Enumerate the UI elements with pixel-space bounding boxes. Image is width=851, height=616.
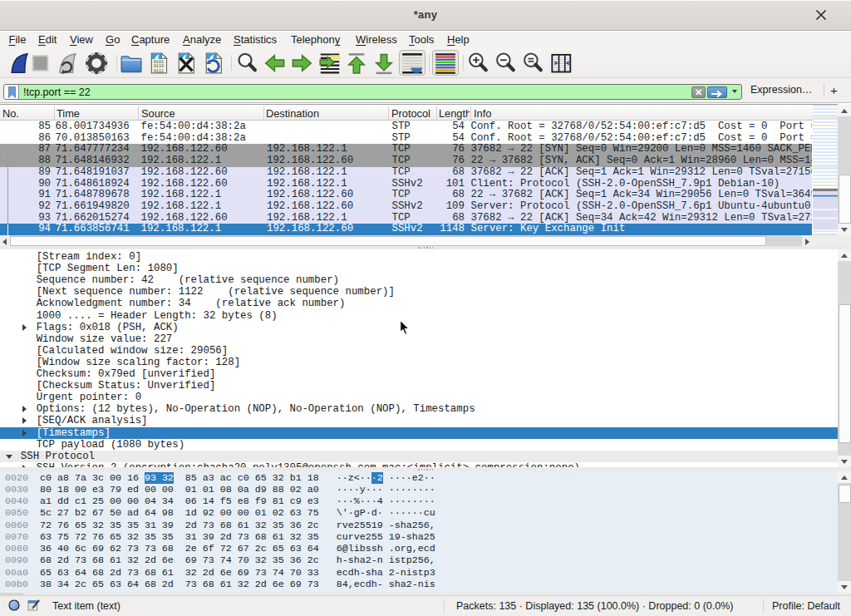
svg-text:0111: 0111 xyxy=(154,69,165,74)
